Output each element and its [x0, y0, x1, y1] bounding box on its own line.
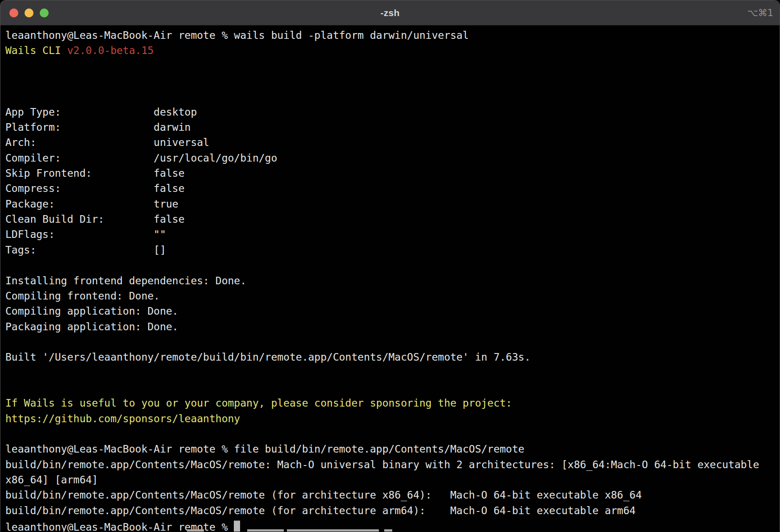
terminal-text-segment: Compress: false — [5, 183, 185, 194]
minimize-button[interactable] — [25, 8, 33, 17]
clipped-next-line-artifact — [287, 529, 379, 532]
terminal-line: LDFlags: "" — [5, 227, 780, 242]
terminal-line: Platform: darwin — [5, 120, 780, 135]
tab-shortcut-badge: ⌥⌘1 — [747, 0, 773, 25]
terminal-line — [5, 380, 780, 395]
terminal-line — [5, 89, 780, 104]
terminal-line: If Wails is useful to you or your compan… — [5, 395, 780, 411]
close-button[interactable] — [9, 8, 18, 17]
terminal-line: Compiler: /usr/local/go/bin/go — [5, 150, 780, 166]
terminal-screen[interactable]: leaanthony@Leas-MacBook-Air remote % wai… — [0, 25, 780, 532]
terminal-line: App Type: desktop — [5, 104, 780, 120]
terminal-text-segment: v2.0.0-beta.15 — [67, 45, 154, 56]
terminal-text-segment: App Type: desktop — [5, 106, 197, 118]
window-title: -zsh — [0, 8, 780, 18]
terminal-line: build/bin/remote.app/Contents/MacOS/remo… — [5, 503, 780, 518]
terminal-line: Packaging application: Done. — [5, 319, 780, 334]
terminal-line: Built '/Users/leaanthony/remote/build/bi… — [5, 349, 780, 365]
terminal-text-segment: Installing frontend dependencies: Done. — [5, 275, 246, 287]
terminal-text-segment: leaanthony@Leas-MacBook-Air remote % fil… — [5, 443, 524, 455]
clipped-next-line-artifact — [187, 529, 204, 532]
terminal-line: https://github.com/sponsors/leaanthony — [5, 411, 780, 426]
terminal-line: Compiling application: Done. — [5, 303, 780, 319]
clipped-next-line-artifact — [247, 529, 284, 532]
terminal-line — [5, 334, 780, 349]
terminal-text-segment: If Wails is useful to you or your compan… — [5, 397, 512, 409]
terminal-line: Compiling frontend: Done. — [5, 288, 780, 303]
terminal-text-segment: build/bin/remote.app/Contents/MacOS/remo… — [5, 459, 765, 470]
zoom-button[interactable] — [40, 8, 49, 17]
terminal-line: leaanthony@Leas-MacBook-Air remote % wai… — [5, 28, 780, 43]
terminal-text-segment: Skip Frontend: false — [5, 167, 185, 179]
terminal-line: build/bin/remote.app/Contents/MacOS/remo… — [5, 457, 780, 472]
terminal-line — [5, 365, 780, 380]
terminal-line — [5, 258, 780, 273]
terminal-line: Wails CLI v2.0.0-beta.15 — [5, 43, 780, 58]
terminal-text-segment: leaanthony@Leas-MacBook-Air remote % wai… — [5, 29, 469, 41]
terminal-text-segment: Package: true — [5, 198, 178, 210]
terminal-text-segment: Compiler: /usr/local/go/bin/go — [5, 152, 277, 164]
terminal-line: leaanthony@Leas-MacBook-Air remote % fil… — [5, 441, 780, 457]
terminal-line: Compress: false — [5, 181, 780, 196]
terminal-line: Package: true — [5, 196, 780, 212]
terminal-line: Arch: universal — [5, 135, 780, 150]
terminal-text-segment: Wails CLI — [5, 45, 67, 56]
terminal-text-segment: Arch: universal — [5, 137, 209, 148]
terminal-text-segment: build/bin/remote.app/Contents/MacOS/remo… — [5, 489, 642, 501]
window-titlebar[interactable]: -zsh ⌥⌘1 — [0, 0, 780, 25]
terminal-text-segment: x86_64] [arm64] — [5, 474, 98, 486]
terminal-line: Clean Build Dir: false — [5, 212, 780, 227]
terminal-line — [5, 426, 780, 441]
terminal-text-segment: Packaging application: Done. — [5, 321, 178, 332]
terminal-text-segment: Built '/Users/leaanthony/remote/build/bi… — [5, 351, 531, 363]
terminal-text-segment: Compiling frontend: Done. — [5, 290, 160, 302]
traffic-lights — [9, 0, 49, 25]
terminal-output: leaanthony@Leas-MacBook-Air remote % wai… — [0, 25, 780, 532]
terminal-text-segment: https://github.com/sponsors/leaanthony — [5, 413, 240, 424]
clipped-next-line-artifact — [384, 529, 392, 532]
terminal-line: build/bin/remote.app/Contents/MacOS/remo… — [5, 487, 780, 503]
terminal-line — [5, 58, 780, 74]
terminal-window: -zsh ⌥⌘1 leaanthony@Leas-MacBook-Air rem… — [0, 0, 780, 532]
terminal-line: Skip Frontend: false — [5, 166, 780, 181]
terminal-text-segment: LDFlags: "" — [5, 229, 166, 240]
terminal-line: Installing frontend dependencies: Done. — [5, 273, 780, 288]
terminal-text-segment: Clean Build Dir: false — [5, 213, 185, 225]
terminal-cursor — [234, 521, 240, 532]
terminal-line: leaanthony@Leas-MacBook-Air remote % — [5, 518, 780, 532]
terminal-text-segment: Compiling application: Done. — [5, 305, 178, 317]
terminal-line: Tags: [] — [5, 242, 780, 258]
terminal-line — [5, 74, 780, 89]
terminal-text-segment: Tags: [] — [5, 244, 166, 256]
terminal-text-segment: build/bin/remote.app/Contents/MacOS/remo… — [5, 505, 635, 516]
terminal-text-segment: Platform: darwin — [5, 121, 191, 133]
terminal-line: x86_64] [arm64] — [5, 472, 780, 487]
